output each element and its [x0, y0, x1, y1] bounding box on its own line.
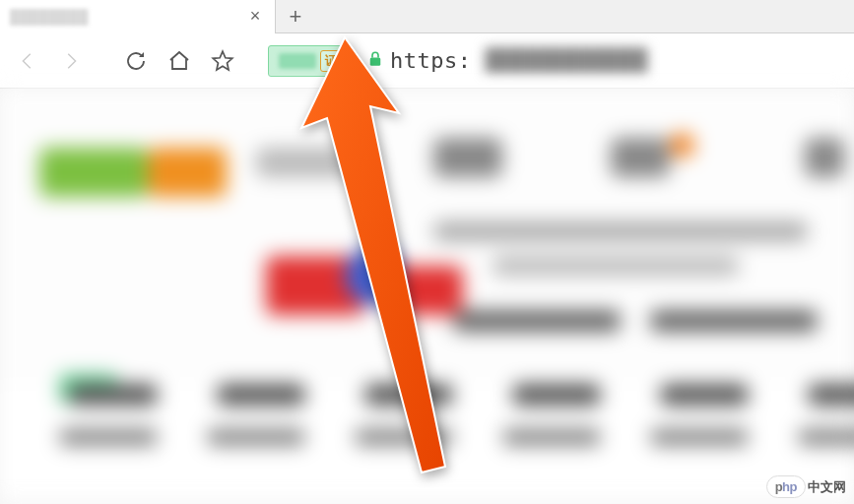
- new-tab-button[interactable]: +: [276, 0, 315, 33]
- browser-tab-bar: ████████ × +: [0, 0, 854, 33]
- refresh-icon: [124, 49, 148, 73]
- url-scheme-text: https:: [390, 48, 471, 73]
- address-bar[interactable]: https: ████████████: [366, 48, 647, 73]
- lock-icon: [366, 50, 384, 72]
- security-certificate-badge[interactable]: 证: [268, 45, 349, 77]
- forward-button[interactable]: [51, 41, 91, 81]
- svg-marker-0: [213, 51, 232, 70]
- watermark-logo: php: [766, 475, 806, 498]
- refresh-button[interactable]: [116, 41, 156, 81]
- home-button[interactable]: [160, 41, 199, 81]
- close-tab-button[interactable]: ×: [245, 7, 265, 27]
- browser-toolbar: 证 https: ████████████: [0, 33, 854, 89]
- page-content-blurred: [0, 89, 854, 504]
- tab-title: ████████: [10, 9, 245, 25]
- back-button[interactable]: [8, 41, 47, 81]
- url-host-blurred: ████████████: [485, 48, 647, 73]
- star-icon: [210, 48, 235, 74]
- chevron-right-icon: [60, 50, 82, 72]
- favorites-button[interactable]: [203, 41, 242, 81]
- home-icon: [167, 49, 191, 73]
- certificate-seal-icon: 证: [320, 50, 342, 72]
- site-watermark: php 中文网: [766, 475, 846, 498]
- chevron-left-icon: [17, 50, 38, 72]
- active-tab[interactable]: ████████ ×: [0, 0, 276, 33]
- certificate-org-name: [279, 53, 316, 69]
- watermark-text: 中文网: [808, 478, 846, 496]
- svg-rect-1: [370, 57, 381, 65]
